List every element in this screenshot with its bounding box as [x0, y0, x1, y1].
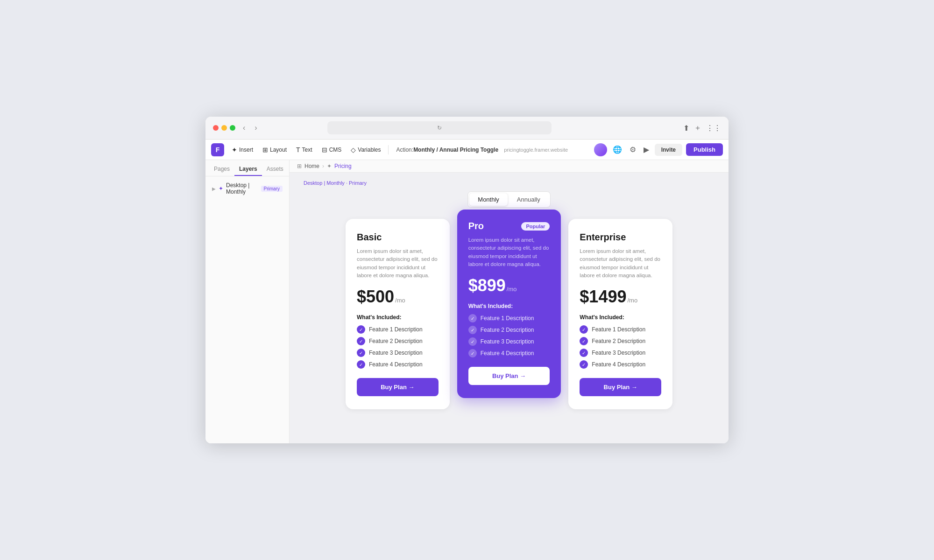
pro-price-period: /mo	[507, 286, 517, 293]
insert-button[interactable]: ✦ Insert	[228, 144, 257, 155]
toggle-monthly[interactable]: Monthly	[469, 193, 508, 206]
toggle-annually[interactable]: Annually	[509, 193, 549, 206]
app-toolbar: F ✦ Insert ⊞ Layout T Text ⊟ CMS ◇ Varia…	[205, 140, 729, 160]
breadcrumb-separator: ›	[322, 163, 324, 169]
canvas-label: Desktop | Monthly · Primary	[304, 180, 367, 186]
close-traffic-light[interactable]	[213, 125, 219, 131]
maximize-traffic-light[interactable]	[230, 125, 235, 131]
pro-plan-desc: Lorem ipsum dolor sit amet, consectetur …	[468, 236, 550, 268]
pro-feature-1: ✓ Feature 1 Description	[468, 314, 550, 322]
check-icon: ✓	[468, 326, 477, 334]
text-button[interactable]: T Text	[292, 144, 316, 155]
check-icon: ✓	[357, 337, 365, 345]
share-button[interactable]: ⬆	[683, 123, 689, 133]
breadcrumb: ⊞ Home › ✦ Pricing	[290, 160, 729, 173]
main-layout: Pages Layers Assets ▶ ✦ Desktop | Monthl…	[205, 160, 729, 443]
canvas: Desktop | Monthly · Primary Monthly Annu…	[290, 173, 729, 443]
publish-button[interactable]: Publish	[686, 143, 723, 156]
cms-icon: ⊟	[322, 146, 327, 154]
pro-header: Pro Popular	[468, 221, 550, 231]
back-button[interactable]: ‹	[241, 123, 247, 133]
invite-button[interactable]: Invite	[655, 144, 682, 156]
basic-price-amount: $500	[357, 287, 394, 307]
enterprise-feature-3: ✓ Feature 3 Description	[580, 349, 661, 357]
sidebar-tabs: Pages Layers Assets	[205, 160, 289, 176]
tab-layers[interactable]: Layers	[234, 163, 262, 176]
breadcrumb-pricing[interactable]: Pricing	[334, 163, 352, 169]
layout-button[interactable]: ⊞ Layout	[259, 144, 290, 155]
forward-button[interactable]: ›	[253, 123, 259, 133]
enterprise-buy-button[interactable]: Buy Plan →	[580, 378, 661, 396]
basic-feature-4: ✓ Feature 4 Description	[357, 360, 439, 369]
basic-plan-name: Basic	[357, 232, 382, 243]
grid-button[interactable]: ⋮⋮	[706, 123, 721, 133]
pricing-card-enterprise: Enterprise Lorem ipsum dolor sit amet, c…	[568, 219, 672, 409]
check-icon: ✓	[580, 325, 588, 334]
pro-buy-button[interactable]: Buy Plan →	[468, 367, 550, 385]
basic-price-period: /mo	[395, 297, 405, 304]
layer-component-icon: ✦	[219, 185, 223, 192]
check-icon: ✓	[468, 349, 477, 357]
address-bar[interactable]: ↻	[327, 121, 552, 134]
variables-button[interactable]: ◇ Variables	[347, 144, 384, 155]
pro-price: $899 /mo	[468, 276, 550, 295]
browser-actions: ⬆ ＋ ⋮⋮	[683, 123, 721, 133]
tab-pages[interactable]: Pages	[209, 163, 234, 176]
enterprise-features: ✓ Feature 1 Description ✓ Feature 2 Desc…	[580, 325, 661, 369]
layer-expand-icon: ▶	[212, 186, 216, 191]
pricing-card-pro: Pro Popular Lorem ipsum dolor sit amet, …	[457, 210, 561, 398]
pricing-card-basic: Basic Lorem ipsum dolor sit amet, consec…	[346, 219, 450, 409]
canvas-area: ⊞ Home › ✦ Pricing Desktop | Monthly · P…	[290, 160, 729, 443]
pricing-breadcrumb-icon: ✦	[327, 163, 332, 169]
check-icon: ✓	[580, 349, 588, 357]
tab-assets[interactable]: Assets	[262, 163, 288, 176]
layer-name: Desktop | Monthly	[226, 182, 258, 195]
basic-price: $500 /mo	[357, 287, 439, 307]
enterprise-price-amount: $1499	[580, 287, 626, 307]
check-icon: ✓	[580, 360, 588, 369]
breadcrumb-home[interactable]: Home	[304, 163, 319, 169]
basic-plan-desc: Lorem ipsum dolor sit amet, consectetur …	[357, 247, 439, 280]
new-tab-button[interactable]: ＋	[694, 123, 701, 133]
basic-whats-included: What's Included:	[357, 314, 439, 321]
layer-badge: Primary	[261, 186, 283, 192]
enterprise-feature-1: ✓ Feature 1 Description	[580, 325, 661, 334]
enterprise-feature-4: ✓ Feature 4 Description	[580, 360, 661, 369]
toolbar-right: 🌐 ⚙ ▶ Invite Publish	[594, 143, 723, 156]
pricing-cards: Basic Lorem ipsum dolor sit amet, consec…	[346, 219, 672, 409]
check-icon: ✓	[357, 325, 365, 334]
billing-toggle[interactable]: Monthly Annually	[467, 191, 550, 208]
enterprise-price-period: /mo	[627, 297, 637, 304]
pro-whats-included: What's Included:	[468, 303, 550, 309]
pricing-section: Monthly Annually Basic Lorem ipsum dolor…	[346, 191, 672, 409]
popular-badge: Popular	[521, 222, 550, 231]
check-icon: ✓	[357, 349, 365, 357]
check-icon: ✓	[468, 337, 477, 346]
sidebar: Pages Layers Assets ▶ ✦ Desktop | Monthl…	[205, 160, 290, 443]
settings-button[interactable]: ⚙	[628, 143, 638, 156]
check-icon: ✓	[357, 360, 365, 369]
preview-button[interactable]: ▶	[642, 143, 651, 156]
basic-features: ✓ Feature 1 Description ✓ Feature 2 Desc…	[357, 325, 439, 369]
action-label: Action:Monthly / Annual Pricing Toggle	[392, 147, 502, 153]
enterprise-feature-2: ✓ Feature 2 Description	[580, 337, 661, 345]
check-icon: ✓	[580, 337, 588, 345]
toolbar-url: pricingtoggle.framer.website	[504, 147, 568, 153]
layout-icon: ⊞	[262, 146, 268, 154]
minimize-traffic-light[interactable]	[221, 125, 227, 131]
basic-buy-button[interactable]: Buy Plan →	[357, 378, 439, 396]
cms-button[interactable]: ⊟ CMS	[318, 144, 346, 155]
enterprise-plan-desc: Lorem ipsum dolor sit amet, consectetur …	[580, 247, 661, 280]
enterprise-header: Enterprise	[580, 232, 661, 243]
globe-button[interactable]: 🌐	[611, 143, 624, 156]
pro-feature-2: ✓ Feature 2 Description	[468, 326, 550, 334]
pro-features: ✓ Feature 1 Description ✓ Feature 2 Desc…	[468, 314, 550, 357]
enterprise-price: $1499 /mo	[580, 287, 661, 307]
basic-feature-1: ✓ Feature 1 Description	[357, 325, 439, 334]
layer-item-desktop-monthly[interactable]: ▶ ✦ Desktop | Monthly Primary	[209, 180, 285, 197]
insert-icon: ✦	[232, 146, 237, 154]
framer-logo[interactable]: F	[211, 143, 224, 156]
avatar[interactable]	[594, 143, 607, 156]
text-icon: T	[296, 146, 300, 154]
pro-feature-3: ✓ Feature 3 Description	[468, 337, 550, 346]
